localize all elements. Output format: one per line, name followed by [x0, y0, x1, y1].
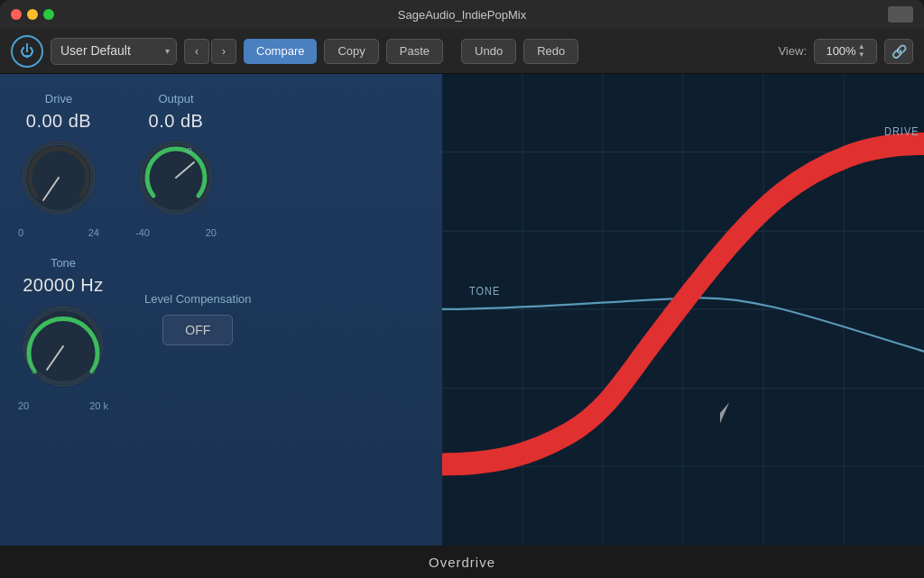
main-content: Drive 0.00 dB 0 24	[0, 74, 924, 546]
fullscreen-button[interactable]	[43, 9, 54, 20]
output-value: 0.0 dB	[149, 111, 204, 132]
drive-label: Drive	[45, 92, 72, 106]
knobs-row-top: Drive 0.00 dB 0 24	[18, 92, 424, 238]
tone-group: Tone 20000 Hz 20 20 k	[18, 256, 108, 411]
bottom-title: Overdrive	[429, 555, 495, 570]
tone-row: Tone 20000 Hz 20 20 k Level C	[18, 256, 424, 411]
graph-svg: DRIVE TONE	[442, 74, 924, 546]
preset-dropdown[interactable]: User Default	[51, 38, 177, 65]
svg-text:TONE: TONE	[469, 284, 500, 297]
prev-button[interactable]: ‹	[184, 39, 209, 64]
svg-text:DRIVE: DRIVE	[884, 125, 919, 138]
link-icon: 🔗	[892, 44, 907, 59]
window-btn-1[interactable]	[888, 6, 913, 23]
output-knob[interactable]: 0	[135, 137, 217, 218]
undo-button[interactable]: Undo	[461, 39, 516, 64]
tone-value: 20000 Hz	[23, 275, 104, 296]
graph-panel[interactable]: DRIVE TONE	[442, 74, 924, 546]
copy-button[interactable]: Copy	[324, 39, 378, 64]
tone-knob[interactable]	[18, 301, 108, 391]
drive-group: Drive 0.00 dB 0 24	[18, 92, 99, 238]
title-bar: SageAudio_IndiePopMix	[0, 0, 924, 29]
tone-range: 20 20 k	[18, 400, 108, 411]
preset-wrapper: User Default ▾	[51, 38, 177, 65]
svg-text:0: 0	[187, 146, 191, 155]
paste-button[interactable]: Paste	[386, 39, 443, 64]
link-button[interactable]: 🔗	[884, 39, 913, 64]
level-compensation-group: Level Compensation OFF	[144, 292, 252, 345]
toolbar: ⏻ User Default ▾ ‹ › Compare Copy Paste …	[0, 29, 924, 74]
traffic-lights	[11, 9, 54, 20]
output-group: Output 0.0 dB 0 -40 20	[135, 92, 217, 238]
output-range: -40 20	[135, 227, 217, 238]
level-comp-button[interactable]: OFF	[162, 315, 233, 345]
compare-button[interactable]: Compare	[244, 39, 317, 64]
level-comp-label: Level Compensation	[144, 292, 252, 306]
power-button[interactable]: ⏻	[11, 35, 43, 68]
output-label: Output	[158, 92, 193, 106]
window-title: SageAudio_IndiePopMix	[398, 8, 526, 22]
drive-knob[interactable]	[18, 137, 99, 218]
view-down-icon: ▼	[858, 51, 865, 59]
power-icon: ⏻	[20, 44, 34, 59]
window-controls-right	[888, 6, 913, 23]
redo-button[interactable]: Redo	[523, 39, 578, 64]
controls-panel: Drive 0.00 dB 0 24	[0, 74, 442, 546]
minimize-button[interactable]	[27, 9, 38, 20]
tone-label: Tone	[51, 256, 76, 270]
nav-buttons: ‹ ›	[184, 39, 236, 64]
drive-range: 0 24	[18, 227, 99, 238]
drive-value: 0.00 dB	[26, 111, 91, 132]
view-label: View:	[778, 44, 807, 58]
next-button[interactable]: ›	[211, 39, 236, 64]
view-up-icon: ▲	[858, 43, 865, 50]
close-button[interactable]	[11, 9, 22, 20]
bottom-bar: Overdrive	[0, 546, 924, 578]
view-value[interactable]: 100% ▲ ▼	[814, 39, 877, 64]
